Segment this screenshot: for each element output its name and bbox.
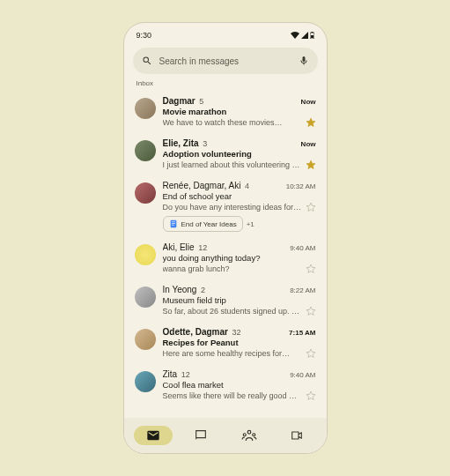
star-outline-icon[interactable] xyxy=(306,306,316,316)
battery-icon xyxy=(310,32,314,39)
thread-count: 3 xyxy=(201,139,208,148)
thread-preview: Do you have any interesting ideas for… xyxy=(163,203,302,212)
thread-item[interactable]: Renée, Dagmar, Aki 4 10:32 AM End of sch… xyxy=(133,175,318,237)
status-bar: 9:30 xyxy=(124,23,327,42)
thread-count: 5 xyxy=(197,97,204,106)
svg-rect-5 xyxy=(171,223,174,224)
star-outline-icon[interactable] xyxy=(306,264,316,274)
avatar[interactable] xyxy=(135,286,156,308)
thread-count: 2 xyxy=(198,286,205,294)
attachment-more: +1 xyxy=(247,220,255,228)
star-outline-icon[interactable] xyxy=(306,348,316,359)
thread-count: 12 xyxy=(196,243,208,252)
mail-icon xyxy=(146,428,160,443)
svg-rect-6 xyxy=(171,225,173,226)
thread-sender: Odette, Dagmar 32 xyxy=(163,327,241,337)
thread-subject: Museum field trip xyxy=(163,295,316,305)
avatar[interactable] xyxy=(135,182,156,204)
svg-point-8 xyxy=(243,434,246,436)
thread-count: 4 xyxy=(242,182,249,190)
thread-time: 10:32 AM xyxy=(286,182,316,190)
chat-icon xyxy=(194,428,208,443)
thread-subject: Recipes for Peanut xyxy=(163,338,316,347)
thread-time: 8:22 AM xyxy=(290,286,315,294)
bottom-nav xyxy=(124,418,327,453)
thread-item[interactable]: In Yeong 2 8:22 AM Museum field trip So … xyxy=(133,279,318,322)
thread-subject: Movie marathon xyxy=(163,107,316,116)
status-time: 9:30 xyxy=(136,31,152,40)
thread-preview: We have to watch these movies… xyxy=(163,118,302,127)
attachment-row: End of Year Ideas +1 xyxy=(163,216,316,232)
avatar[interactable] xyxy=(135,244,156,265)
thread-time: 9:40 AM xyxy=(290,371,315,379)
thread-item[interactable]: Odette, Dagmar 32 7:15 AM Recipes for Pe… xyxy=(133,322,318,364)
attachment-label: End of Year Ideas xyxy=(181,220,237,228)
nav-spaces[interactable] xyxy=(230,426,269,445)
search-placeholder: Search in messages xyxy=(159,56,291,66)
thread-sender: Zita 12 xyxy=(163,369,190,379)
star-outline-icon[interactable] xyxy=(306,202,316,212)
nav-chat[interactable] xyxy=(181,426,220,445)
thread-sender: Renée, Dagmar, Aki 4 xyxy=(163,181,249,190)
avatar[interactable] xyxy=(135,140,156,161)
svg-rect-2 xyxy=(311,32,313,33)
thread-subject: End of school year xyxy=(163,191,316,201)
thread-list[interactable]: Dagmar 5 Now Movie marathon We have to w… xyxy=(124,91,327,418)
thread-preview: Seems like there will be really good … xyxy=(163,391,302,400)
thread-subject: you doing anything today? xyxy=(163,253,316,263)
wifi-icon xyxy=(291,32,299,39)
thread-count: 12 xyxy=(179,370,190,379)
thread-sender: Elie, Zita 3 xyxy=(163,138,208,148)
search-icon xyxy=(142,56,152,66)
star-filled-icon[interactable] xyxy=(306,117,316,128)
svg-rect-1 xyxy=(311,35,314,38)
thread-preview: So far, about 26 students signed up. … xyxy=(163,307,302,316)
thread-time: Now xyxy=(301,98,316,106)
thread-preview: I just learned about this volunteering … xyxy=(163,160,302,169)
nav-mail[interactable] xyxy=(134,426,173,445)
thread-count: 32 xyxy=(230,328,241,337)
thread-item[interactable]: Aki, Elie 12 9:40 AM you doing anything … xyxy=(133,237,318,279)
thread-subject: Cool flea market xyxy=(163,380,316,390)
status-icons xyxy=(291,32,314,39)
avatar[interactable] xyxy=(135,371,156,392)
mic-icon[interactable] xyxy=(299,56,309,66)
search-bar[interactable]: Search in messages xyxy=(133,48,318,74)
thread-sender: Aki, Elie 12 xyxy=(163,242,208,252)
avatar[interactable] xyxy=(135,329,156,350)
video-icon xyxy=(290,428,304,443)
thread-time: Now xyxy=(301,140,316,148)
people-icon xyxy=(241,428,257,443)
thread-item[interactable]: Elie, Zita 3 Now Adoption volunteering I… xyxy=(133,133,318,175)
thread-item[interactable]: Dagmar 5 Now Movie marathon We have to w… xyxy=(133,91,318,133)
star-filled-icon[interactable] xyxy=(306,160,316,170)
svg-point-7 xyxy=(247,430,251,434)
thread-time: 7:15 AM xyxy=(289,329,315,337)
thread-item[interactable]: Zita 12 9:40 AM Cool flea market Seems l… xyxy=(133,364,318,406)
nav-meet[interactable] xyxy=(277,426,316,445)
thread-preview: Here are some healthy recipes for… xyxy=(163,349,302,358)
section-label: Inbox xyxy=(124,78,327,91)
phone-frame: 9:30 Search in messages Inbox Dagmar 5 N… xyxy=(123,22,328,454)
star-outline-icon[interactable] xyxy=(306,390,316,401)
thread-subject: Adoption volunteering xyxy=(163,149,316,159)
attachment-chip[interactable]: End of Year Ideas xyxy=(163,216,243,232)
svg-point-9 xyxy=(253,434,255,436)
svg-rect-3 xyxy=(170,220,176,227)
doc-icon xyxy=(169,219,178,228)
avatar[interactable] xyxy=(135,98,156,119)
thread-time: 9:40 AM xyxy=(290,244,315,252)
svg-rect-4 xyxy=(171,222,174,223)
thread-sender: In Yeong 2 xyxy=(163,285,205,294)
thread-preview: wanna grab lunch? xyxy=(163,264,302,273)
signal-icon xyxy=(301,32,308,39)
thread-sender: Dagmar 5 xyxy=(163,96,204,106)
